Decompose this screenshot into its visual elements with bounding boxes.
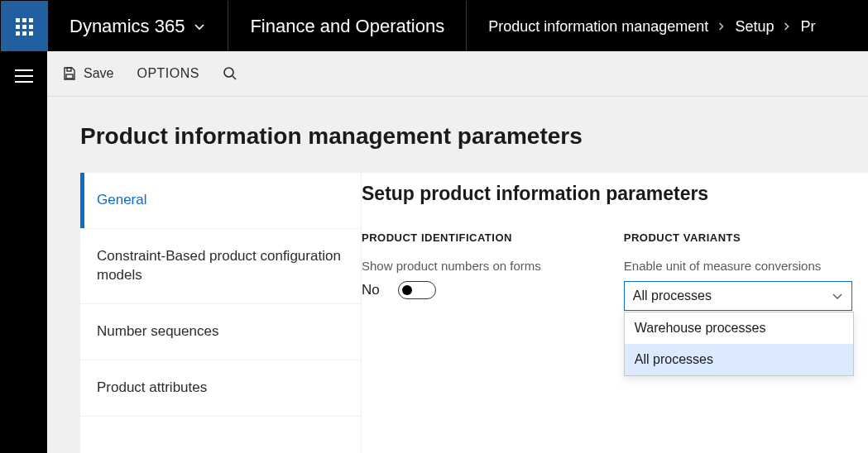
breadcrumb: Product information management Setup Pr [467, 1, 837, 52]
action-bar: Save OPTIONS [47, 51, 868, 97]
svg-rect-0 [67, 68, 71, 71]
hamburger-icon[interactable] [15, 69, 33, 83]
svg-rect-1 [66, 74, 73, 79]
tab-product-attributes[interactable]: Product attributes [80, 360, 361, 417]
uom-conversions-dropdown: Warehouse processes All processes [624, 312, 854, 376]
dropdown-option-warehouse[interactable]: Warehouse processes [625, 312, 853, 344]
chevron-down-icon [832, 290, 843, 302]
waffle-icon [16, 18, 33, 36]
svg-line-3 [233, 76, 236, 79]
chevron-down-icon [193, 20, 206, 33]
breadcrumb-item[interactable]: Pr [800, 18, 815, 36]
save-icon [62, 66, 77, 81]
left-nav [0, 51, 47, 453]
show-product-numbers-toggle[interactable] [398, 281, 436, 299]
parameters-tabs: General Constraint-Based product configu… [80, 173, 362, 453]
brand-label: Dynamics 365 [70, 16, 185, 37]
search-icon[interactable] [223, 66, 237, 81]
options-button[interactable]: OPTIONS [137, 66, 199, 81]
tab-general[interactable]: General [80, 173, 361, 229]
dropdown-option-all[interactable]: All processes [625, 344, 853, 375]
product-identification-header: PRODUCT IDENTIFICATION [362, 231, 541, 244]
uom-conversions-label: Enable unit of measure conversions [624, 259, 852, 273]
breadcrumb-item[interactable]: Product information management [488, 18, 708, 36]
brand-menu[interactable]: Dynamics 365 [48, 1, 228, 52]
tab-constraint-models[interactable]: Constraint-Based product configuration m… [80, 229, 361, 304]
page-title: Product information management parameter… [80, 123, 868, 150]
toggle-value: No [362, 282, 380, 298]
app-launcher[interactable] [1, 1, 48, 52]
product-variants-header: PRODUCT VARIANTS [624, 231, 852, 244]
tab-number-sequences[interactable]: Number sequences [80, 304, 361, 360]
svg-point-2 [224, 68, 233, 77]
section-title: Setup product information parameters [362, 183, 868, 205]
chevron-right-icon [718, 21, 725, 32]
breadcrumb-item[interactable]: Setup [735, 18, 774, 36]
uom-conversions-select[interactable]: All processes Warehouse processes All pr… [624, 281, 852, 311]
show-product-numbers-label: Show product numbers on forms [362, 259, 541, 273]
chevron-right-icon [784, 21, 790, 32]
save-button[interactable]: Save [62, 66, 113, 81]
select-value: All processes [633, 288, 712, 303]
module-name: Finance and Operations [228, 1, 467, 52]
